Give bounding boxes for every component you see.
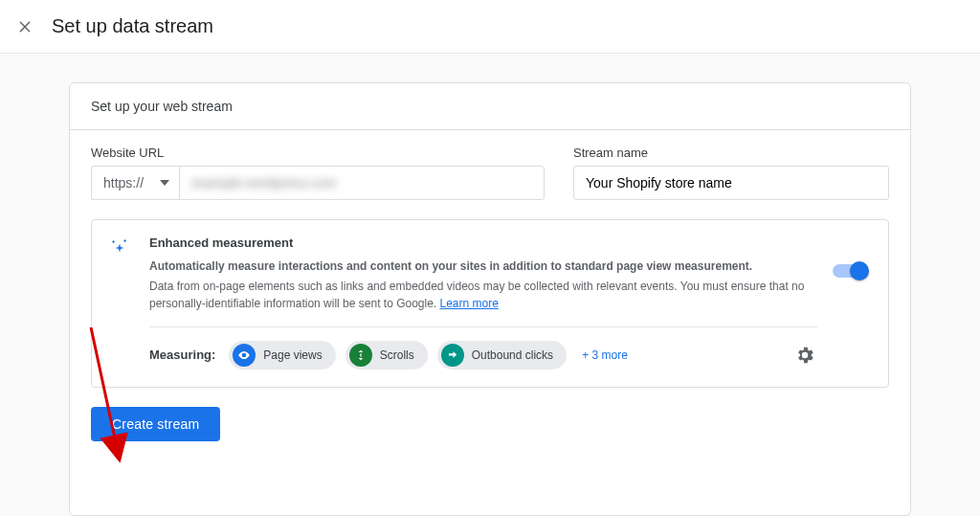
enhanced-content: Enhanced measurement Automatically measu… [149,236,817,370]
measuring-row: Measuring: Page views Scrolls [149,341,817,370]
scroll-icon [349,344,372,367]
close-icon[interactable] [13,15,36,38]
chevron-down-icon [160,180,169,186]
svg-point-2 [243,354,245,356]
dialog-header: Set up data stream [0,0,980,54]
toggle-switch-on [833,264,867,278]
protocol-value: https:// [103,175,144,191]
card-body: Website URL https:// example.wordpress.c… [70,130,910,462]
chip-outbound: Outbound clicks [437,341,567,370]
stream-name-label: Stream name [573,146,889,160]
protocol-select[interactable]: https:// [91,166,179,200]
field-website-url: Website URL https:// example.wordpress.c… [91,146,545,200]
stream-name-input[interactable] [573,166,889,200]
field-stream-name: Stream name [573,146,889,200]
sparkle-icon [109,236,134,370]
learn-more-link[interactable]: Learn more [440,297,499,310]
page-title: Set up data stream [52,15,213,37]
eye-icon [233,344,256,367]
website-url-label: Website URL [91,146,545,160]
measuring-label: Measuring: [149,348,215,362]
chip-label: Outbound clicks [472,348,553,362]
chip-scrolls: Scrolls [345,341,428,370]
outbound-icon [441,344,464,367]
enhanced-measurement-panel: Enhanced measurement Automatically measu… [91,219,889,388]
setup-card: Set up your web stream Website URL https… [69,82,911,516]
enhanced-toggle[interactable] [833,236,871,370]
more-chips-link[interactable]: + 3 more [582,348,628,362]
fields-row: Website URL https:// example.wordpress.c… [91,146,889,200]
website-url-value: example.wordpress.com [191,175,337,191]
enhanced-title: Enhanced measurement [149,236,817,250]
enhanced-subtitle: Automatically measure interactions and c… [149,259,752,273]
card-title: Set up your web stream [70,83,910,130]
create-stream-button[interactable]: Create stream [91,407,220,441]
chip-label: Scrolls [380,348,414,362]
url-row: https:// example.wordpress.com [91,166,545,200]
website-url-input[interactable]: example.wordpress.com [179,166,545,200]
workspace: Set up your web stream Website URL https… [0,54,980,516]
chip-label: Page views [263,348,322,362]
chip-page-views: Page views [229,341,335,370]
gear-icon[interactable] [792,343,817,368]
